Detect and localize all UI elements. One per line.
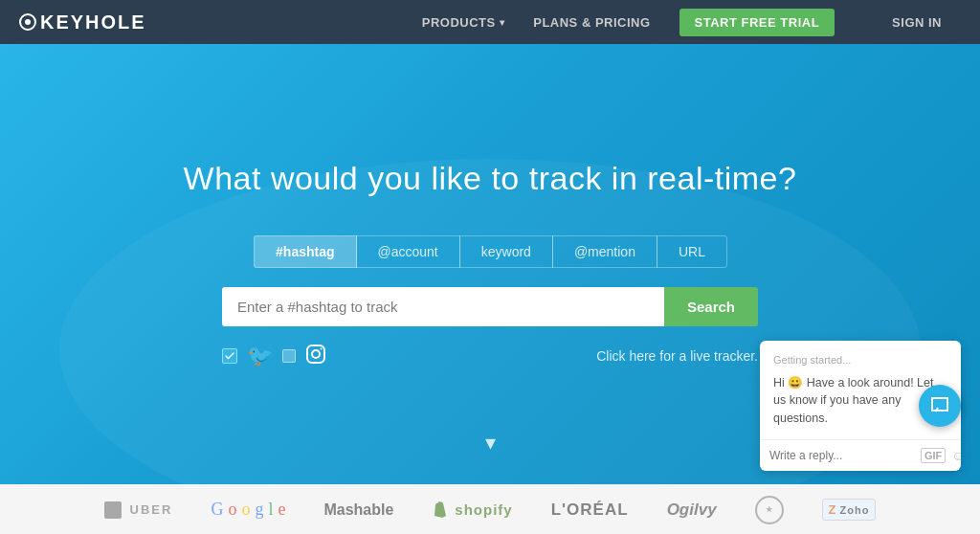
logo-zoho: Z Zoho xyxy=(822,499,877,521)
logo-loreal: L'ORÉAL xyxy=(551,501,629,520)
logo-seal: ★ xyxy=(755,496,784,524)
hero-title: What would you like to track in real-tim… xyxy=(184,160,797,197)
logo-ogilvy: Ogilvy xyxy=(667,501,717,520)
logo-text: KEYHOLE xyxy=(40,11,146,33)
hero-section: What would you like to track in real-tim… xyxy=(0,44,980,484)
search-bar: Search xyxy=(222,287,758,326)
social-icons-row: 🐦 Click here for a live tracker. xyxy=(222,344,758,369)
svg-point-1 xyxy=(312,350,320,358)
logo-google: Google xyxy=(211,500,285,520)
nav-signin[interactable]: SIGN IN xyxy=(892,15,942,30)
svg-rect-0 xyxy=(307,345,324,363)
logo-icon xyxy=(19,13,36,31)
social-left: 🐦 xyxy=(222,344,330,369)
tab-mention[interactable]: @mention xyxy=(552,235,657,268)
logo-shopify: shopify xyxy=(432,501,512,519)
logo-box-uber xyxy=(104,501,122,519)
chat-icons: GIF ☺ 📎 xyxy=(921,448,961,463)
nav-free-trial-button[interactable]: START FREE TRIAL xyxy=(679,9,835,36)
logo-uber: UBER xyxy=(104,501,173,519)
facebook-checkbox[interactable] xyxy=(282,349,296,363)
svg-point-2 xyxy=(321,347,323,349)
logos-strip: UBER Google Mashable shopify L'ORÉAL Ogi… xyxy=(0,484,980,534)
nav-items: PRODUCTS PLANS & PRICING START FREE TRIA… xyxy=(422,9,942,36)
gif-icon[interactable]: GIF xyxy=(921,448,946,463)
search-button[interactable]: Search xyxy=(664,287,758,326)
instagram-icon xyxy=(305,344,326,369)
emoji-icon[interactable]: ☺ xyxy=(951,448,961,463)
chat-reply-input[interactable] xyxy=(769,449,913,462)
search-input[interactable] xyxy=(222,287,664,326)
chat-label: Getting started... xyxy=(773,352,947,368)
tab-url[interactable]: URL xyxy=(657,235,727,268)
twitter-checkbox[interactable] xyxy=(222,348,237,364)
navbar: KEYHOLE PRODUCTS PLANS & PRICING START F… xyxy=(0,0,980,44)
nav-pricing[interactable]: PLANS & PRICING xyxy=(533,15,650,30)
track-tabs: #hashtag @account keyword @mention URL xyxy=(254,235,726,268)
tab-hashtag[interactable]: #hashtag xyxy=(254,235,356,268)
logo-mashable: Mashable xyxy=(323,501,393,519)
twitter-icon: 🐦 xyxy=(247,344,273,368)
live-tracker-link[interactable]: Click here for a live tracker. xyxy=(596,348,758,364)
scroll-down-icon[interactable]: ▾ xyxy=(485,431,496,456)
nav-products[interactable]: PRODUCTS xyxy=(422,15,504,30)
logo[interactable]: KEYHOLE xyxy=(19,11,146,33)
chat-bubble-button[interactable] xyxy=(919,385,961,427)
chat-reply-bar: GIF ☺ 📎 xyxy=(760,439,961,471)
tab-keyword[interactable]: keyword xyxy=(459,235,553,268)
tab-account[interactable]: @account xyxy=(356,235,460,268)
